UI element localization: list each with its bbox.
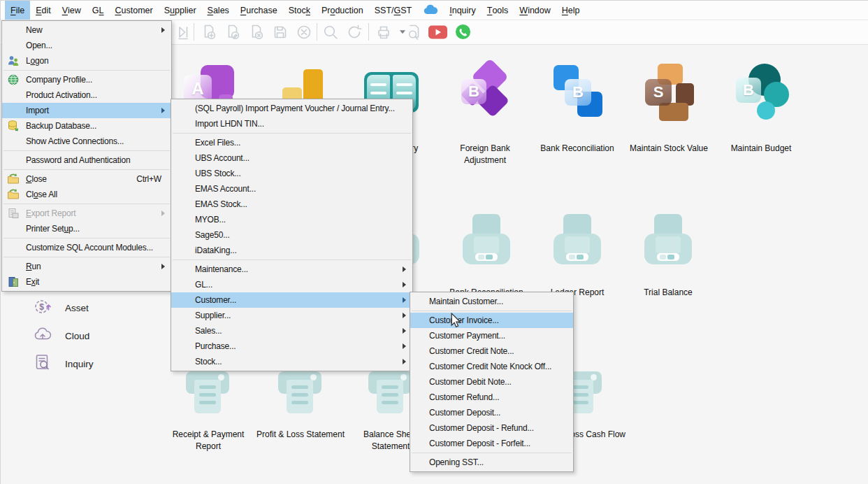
sidebar-item-inquiry[interactable]: Inquiry [33,353,94,374]
cancel-icon[interactable] [294,22,313,41]
desktop-shortcut-trial-balance[interactable]: Trial Balance [623,214,714,299]
menu-separator [3,169,170,170]
menu-item-excel-files[interactable]: Excel Files... [171,135,412,150]
menu-item-ubs-account[interactable]: UBS Account... [171,150,412,166]
menu-item-emas-account[interactable]: EMAS Account... [171,181,412,197]
menubar-item-edit[interactable]: Edit [30,1,57,20]
menu-item-customer-credit-note[interactable]: Customer Credit Note... [410,343,573,359]
menu-item-password-and-authentication[interactable]: Password and Authentication [2,152,171,168]
menu-item-show-active-connections[interactable]: Show Active Connections... [2,134,171,149]
menu-item-myob[interactable]: MYOB... [171,212,412,227]
edit-document-icon[interactable] [223,22,242,41]
menu-item-import[interactable]: Import [2,103,171,118]
menubar-item-supplier[interactable]: Supplier [159,1,202,20]
desktop-shortcut-ledger-report[interactable]: Ledger Report [532,214,623,299]
menu-item-export-report[interactable]: Export Report [2,206,171,221]
desktop-shortcut-maintain-stock-value[interactable]: SMaintain Stock Value [623,64,714,155]
menu-item-ubs-stock[interactable]: UBS Stock... [171,166,412,181]
menubar-item-gl[interactable]: GL [87,1,110,20]
menu-item-customer-credit-note-knock-off[interactable]: Customer Credit Note Knock Off... [410,359,573,374]
menu-item-customer-debit-note[interactable]: Customer Debit Note... [410,374,573,390]
backup-database-icon [7,120,20,132]
new-document-icon[interactable] [199,22,218,41]
menu-item-logon[interactable]: Logon [2,53,171,69]
menu-item-open[interactable]: Open... [2,38,171,53]
menu-item-close-all[interactable]: Close All [2,187,171,202]
menu-item-label: Sage50... [171,227,412,243]
menubar-item-purchase[interactable]: Purchase [235,1,283,20]
menu-item-label: Maintain Customer... [410,294,573,309]
menu-item-label: MYOB... [171,212,412,227]
delete-document-icon[interactable] [247,22,266,41]
menubar-item-tools[interactable]: Tools [482,1,514,20]
menubar-item-window[interactable]: Window [514,1,556,20]
menu-item-idataking[interactable]: iDataKing... [171,243,412,258]
menu-item-customer-payment[interactable]: Customer Payment... [410,328,573,343]
menu-item-label: Run [2,259,171,274]
menubar-item-production[interactable]: Production [316,1,369,20]
menu-item-customer-deposit-forfeit[interactable]: Customer Deposit - Forfeit... [410,436,573,451]
desktop-shortcut-foreign-bank-adjustment[interactable]: BForeign Bank Adjustment [440,64,530,166]
desktop-shortcut-maintain-budget[interactable]: BMaintain Budget [716,64,806,155]
menu-item-purchase[interactable]: Purchase... [171,339,412,354]
menu-item-sql-payroll-import-payment-voucher-journal-entry[interactable]: (SQL Payroll) Import Payment Voucher / J… [171,101,412,116]
go-last-icon[interactable] [174,22,193,41]
refresh-icon[interactable] [345,22,363,41]
menubar-item-view[interactable]: View [57,1,87,20]
menu-item-product-activation[interactable]: Product Activation... [2,87,171,103]
menu-separator [3,204,170,204]
menubar-item-stock[interactable]: Stock [283,1,316,20]
menu-item-customer[interactable]: Customer... [171,292,412,308]
save-icon[interactable] [270,22,289,41]
menubar-item-sst-gst[interactable]: SST/GST [369,1,418,20]
print-preview-icon[interactable] [405,22,424,41]
desktop-shortcut-bank-reconciliation-report[interactable]: Bank Reconciliation [441,214,532,299]
menubar-item-help[interactable]: Help [556,1,586,20]
menu-item-new[interactable]: New [2,22,171,38]
menu-item-printer-setup[interactable]: Printer Setup... [2,221,171,236]
menu-item-sales[interactable]: Sales... [171,323,412,339]
menubar-item-customer[interactable]: Customer [110,1,159,20]
search-icon[interactable] [321,22,340,41]
desktop-shortcut-bank-reconciliation[interactable]: BBank Reconciliation [532,64,623,155]
menu-item-emas-stock[interactable]: EMAS Stock... [171,197,412,212]
menubar-item-cloud[interactable] [417,1,444,20]
menu-item-customer-deposit-refund[interactable]: Customer Deposit - Refund... [410,420,573,436]
menu-item-customize-sql-account-modules[interactable]: Customize SQL Account Modules... [2,240,171,255]
sidebar-item-cloud[interactable]: Cloud [33,325,89,346]
menu-item-label: Supplier... [171,308,412,323]
menu-item-customer-deposit[interactable]: Customer Deposit... [410,405,573,420]
menu-item-label: GL... [171,277,412,292]
app-window: FileEditViewGLCustomerSupplierSalesPurch… [0,0,868,484]
menu-item-close[interactable]: CloseCtrl+W [2,171,171,187]
file-menu: NewOpen...LogonCompany Profile...Product… [1,20,172,292]
menu-item-import-lhdn-tin[interactable]: Import LHDN TIN... [171,116,412,131]
menu-item-run[interactable]: Run [2,259,171,274]
youtube-icon[interactable] [428,22,447,41]
menu-item-label: Customer Credit Note Knock Off... [410,359,573,374]
print-icon[interactable] [374,22,393,41]
menu-item-company-profile[interactable]: Company Profile... [2,72,171,87]
submenu-arrow-icon [403,313,406,318]
menubar-item-inquiry[interactable]: Inquiry [444,1,482,20]
menu-item-maintenance[interactable]: Maintenance... [171,262,412,277]
menu-item-opening-sst[interactable]: Opening SST... [410,455,573,470]
menu-item-backup-database[interactable]: Backup Database... [2,118,171,134]
import-submenu: (SQL Payroll) Import Payment Voucher / J… [171,99,413,371]
sidebar-item-asset[interactable]: $Asset [33,297,89,318]
menu-item-stock[interactable]: Stock... [171,354,412,369]
menu-item-supplier[interactable]: Supplier... [171,308,412,323]
menubar-item-sales[interactable]: Sales [202,1,235,20]
desktop-shortcut-receipt-payment-report[interactable]: Receipt & Payment Report [163,362,254,453]
desktop-shortcut-profit-loss-statement[interactable]: Profit & Loss Statement [255,362,346,441]
menubar-item-file[interactable]: File [5,1,30,20]
menu-item-customer-refund[interactable]: Customer Refund... [410,390,573,405]
menu-item-gl[interactable]: GL... [171,277,412,292]
menu-item-sage50[interactable]: Sage50... [171,227,412,243]
whatsapp-icon[interactable] [454,22,472,41]
menu-item-maintain-customer[interactable]: Maintain Customer... [410,294,573,309]
menu-item-exit[interactable]: Exit [2,274,171,290]
submenu-arrow-icon [161,264,165,269]
menu-item-label: Import LHDN TIN... [171,116,412,131]
menu-item-customer-invoice[interactable]: Customer Invoice... [410,313,573,328]
